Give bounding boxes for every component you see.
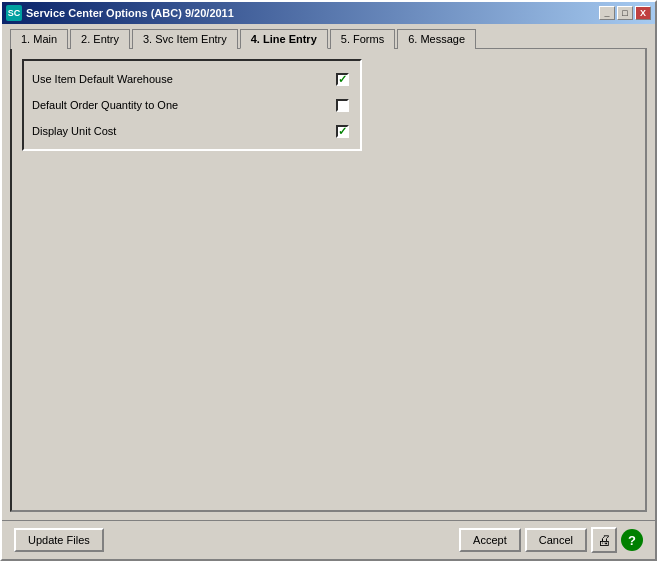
window-icon: SC <box>6 5 22 21</box>
update-files-button[interactable]: Update Files <box>14 528 104 552</box>
default-order-quantity-checkbox[interactable] <box>336 99 349 112</box>
display-unit-cost-checkbox[interactable] <box>336 125 349 138</box>
tab-message[interactable]: 6. Message <box>397 29 476 49</box>
printer-icon: 🖨 <box>597 532 611 548</box>
help-icon: ? <box>628 533 636 548</box>
title-bar-buttons: _ □ X <box>599 6 651 20</box>
help-button[interactable]: ? <box>621 529 643 551</box>
close-button[interactable]: X <box>635 6 651 20</box>
accept-button[interactable]: Accept <box>459 528 521 552</box>
display-unit-cost-label: Display Unit Cost <box>32 125 324 137</box>
display-unit-cost-checkbox-wrap <box>332 121 352 141</box>
option-row-use-item-default-warehouse: Use Item Default Warehouse <box>32 69 352 89</box>
minimize-button[interactable]: _ <box>599 6 615 20</box>
tab-line-entry[interactable]: 4. Line Entry <box>240 29 328 49</box>
window-title: Service Center Options (ABC) 9/20/2011 <box>26 7 595 19</box>
tab-main[interactable]: 1. Main <box>10 29 68 49</box>
title-bar: SC Service Center Options (ABC) 9/20/201… <box>2 2 655 24</box>
use-item-default-warehouse-label: Use Item Default Warehouse <box>32 73 324 85</box>
bottom-left: Update Files <box>14 528 104 552</box>
option-row-display-unit-cost: Display Unit Cost <box>32 121 352 141</box>
tab-entry[interactable]: 2. Entry <box>70 29 130 49</box>
use-item-default-warehouse-checkbox-wrap <box>332 69 352 89</box>
tabs-row: 1. Main 2. Entry 3. Svc Item Entry 4. Li… <box>2 24 655 48</box>
maximize-button[interactable]: □ <box>617 6 633 20</box>
options-panel: Use Item Default Warehouse Default Order… <box>22 59 362 151</box>
tab-svc-item-entry[interactable]: 3. Svc Item Entry <box>132 29 238 49</box>
content-area: Use Item Default Warehouse Default Order… <box>10 48 647 512</box>
cancel-button[interactable]: Cancel <box>525 528 587 552</box>
use-item-default-warehouse-checkbox[interactable] <box>336 73 349 86</box>
print-button[interactable]: 🖨 <box>591 527 617 553</box>
default-order-quantity-label: Default Order Quantity to One <box>32 99 324 111</box>
bottom-bar: Update Files Accept Cancel 🖨 ? <box>2 520 655 559</box>
default-order-quantity-checkbox-wrap <box>332 95 352 115</box>
tab-forms[interactable]: 5. Forms <box>330 29 395 49</box>
bottom-right: Accept Cancel 🖨 ? <box>459 527 643 553</box>
main-window: SC Service Center Options (ABC) 9/20/201… <box>0 0 657 561</box>
option-row-default-order-quantity: Default Order Quantity to One <box>32 95 352 115</box>
